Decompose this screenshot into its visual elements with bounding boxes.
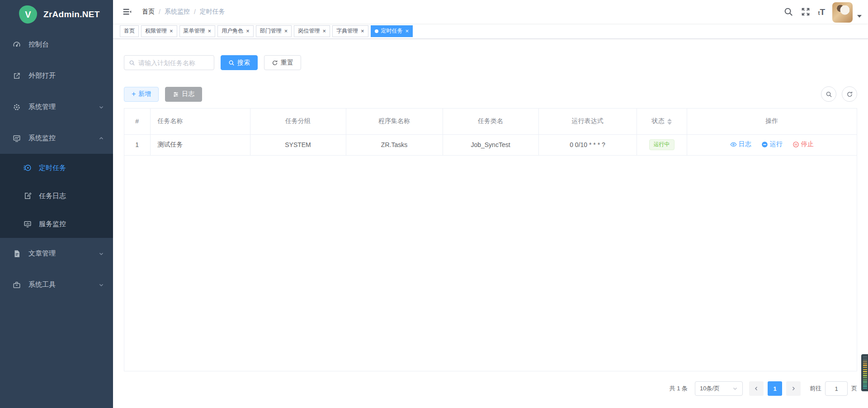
collapse-sidebar-icon[interactable] xyxy=(122,7,132,17)
chevron-down-icon xyxy=(732,386,738,391)
sidebar-item-system-management[interactable]: 系统管理 xyxy=(0,91,113,123)
toolbox-icon xyxy=(13,281,21,289)
tab-permission-management[interactable]: 权限管理× xyxy=(141,25,177,37)
pagination-total: 共 1 条 xyxy=(670,384,688,393)
cell-assembly: ZR.Tasks xyxy=(346,134,443,155)
app-logo[interactable]: V ZrAdmin.NET xyxy=(0,0,113,29)
table-header-row: # 任务名称 任务分组 程序集名称 任务类名 运行表达式 状态 操作 xyxy=(124,109,857,134)
row-run-label: 运行 xyxy=(770,140,783,148)
sidebar-item-dashboard[interactable]: 控制台 xyxy=(0,29,113,60)
timer-icon xyxy=(24,164,32,172)
tasks-table: # 任务名称 任务分组 程序集名称 任务类名 运行表达式 状态 操作 1 测试任… xyxy=(124,108,857,371)
page-size-select[interactable]: 10条/页 xyxy=(695,381,743,396)
add-button[interactable]: + 新增 xyxy=(124,87,159,102)
reset-button[interactable]: 重置 xyxy=(264,55,301,70)
close-tab-icon[interactable]: × xyxy=(322,28,326,34)
tab-home[interactable]: 首页 xyxy=(120,25,139,37)
main-area: 首页 / 系统监控 / 定时任务 tT 首页 权限管理× 菜单管理× 用户角色×… xyxy=(113,0,868,396)
close-tab-icon[interactable]: × xyxy=(361,28,364,34)
sidebar-item-label: 文章管理 xyxy=(28,249,99,258)
equalizer-widget[interactable] xyxy=(861,354,868,391)
refresh-icon xyxy=(272,60,278,66)
tab-label: 定时任务 xyxy=(381,27,403,35)
tab-label: 部门管理 xyxy=(260,27,282,35)
col-status-label: 状态 xyxy=(652,117,665,124)
page-number-button[interactable]: 1 xyxy=(768,381,782,396)
row-run-link[interactable]: 运行 xyxy=(761,140,783,148)
tab-label: 用户角色 xyxy=(222,27,243,35)
fullscreen-icon[interactable] xyxy=(801,7,811,17)
goto-page-input[interactable] xyxy=(825,381,848,396)
active-dot xyxy=(375,29,378,33)
app-title: ZrAdmin.NET xyxy=(43,9,100,19)
sidebar-item-label: 控制台 xyxy=(28,40,104,49)
chevron-up-icon xyxy=(99,136,104,141)
tab-menu-management[interactable]: 菜单管理× xyxy=(179,25,216,37)
sidebar-item-external-open[interactable]: 外部打开 xyxy=(0,60,113,91)
sidebar-item-article-management[interactable]: 文章管理 xyxy=(0,238,113,269)
tab-department-management[interactable]: 部门管理× xyxy=(256,25,292,37)
sidebar-item-system-tools[interactable]: 系统工具 xyxy=(0,269,113,300)
eye-icon xyxy=(730,141,737,148)
header-search-icon[interactable] xyxy=(783,7,793,17)
search-button[interactable]: 搜索 xyxy=(221,55,258,70)
chevron-right-icon xyxy=(791,386,796,391)
task-log-icon xyxy=(24,192,32,200)
show-search-toggle-button[interactable] xyxy=(821,86,836,102)
sidebar-item-system-monitor[interactable]: 系统监控 xyxy=(0,123,113,154)
stop-circle-icon xyxy=(793,141,799,148)
breadcrumb-home[interactable]: 首页 xyxy=(142,8,155,16)
tab-dict-management[interactable]: 字典管理× xyxy=(332,25,368,37)
col-status[interactable]: 状态 xyxy=(637,109,687,134)
breadcrumb-system-monitor: 系统监控 xyxy=(165,8,190,16)
caret-down-icon xyxy=(857,15,862,18)
search-form: 搜索 重置 xyxy=(124,55,857,70)
row-stop-link[interactable]: 停止 xyxy=(793,140,814,148)
refresh-icon xyxy=(846,91,853,98)
goto-page: 前往 页 xyxy=(810,381,857,396)
log-button[interactable]: 日志 xyxy=(165,87,202,102)
close-tab-icon[interactable]: × xyxy=(246,28,250,34)
font-size-big: T xyxy=(820,7,825,17)
cell-status: 运行中 xyxy=(637,134,687,155)
close-tab-icon[interactable]: × xyxy=(284,28,288,34)
task-name-input-wrap xyxy=(124,55,214,70)
pause-circle-icon xyxy=(761,141,768,148)
col-assembly: 程序集名称 xyxy=(346,109,443,134)
table-row[interactable]: 1 测试任务 SYSTEM ZR.Tasks Job_SyncTest 0 0/… xyxy=(124,134,857,155)
row-stop-label: 停止 xyxy=(801,140,814,148)
dashboard-icon xyxy=(13,41,21,49)
refresh-table-button[interactable] xyxy=(842,86,857,102)
row-log-link[interactable]: 日志 xyxy=(730,140,751,148)
user-menu[interactable] xyxy=(832,1,862,23)
breadcrumb-separator: / xyxy=(194,8,196,15)
server-monitor-icon xyxy=(24,220,32,228)
prev-page-button[interactable] xyxy=(749,381,764,396)
font-size-icon[interactable]: tT xyxy=(818,8,825,16)
reset-button-label: 重置 xyxy=(281,59,293,67)
sidebar-item-server-monitor[interactable]: 服务监控 xyxy=(0,210,113,238)
close-tab-icon[interactable]: × xyxy=(406,28,409,34)
logo-icon: V xyxy=(19,5,37,24)
breadcrumb-current: 定时任务 xyxy=(200,8,225,16)
next-page-button[interactable] xyxy=(786,381,801,396)
sort-caret-icon[interactable] xyxy=(667,119,672,125)
tab-label: 岗位管理 xyxy=(298,27,320,35)
close-tab-icon[interactable]: × xyxy=(170,28,173,34)
sidebar-item-task-logs[interactable]: 任务日志 xyxy=(0,182,113,210)
close-tab-icon[interactable]: × xyxy=(208,28,212,34)
tab-post-management[interactable]: 岗位管理× xyxy=(294,25,330,37)
col-index: # xyxy=(124,109,150,134)
task-name-input[interactable] xyxy=(138,59,220,66)
table-toolbar: + 新增 日志 xyxy=(124,86,857,102)
col-class-name: 任务类名 xyxy=(443,109,538,134)
tab-user-roles[interactable]: 用户角色× xyxy=(217,25,254,37)
sidebar-item-scheduled-tasks[interactable]: 定时任务 xyxy=(0,154,113,182)
tags-view-bar: 首页 权限管理× 菜单管理× 用户角色× 部门管理× 岗位管理× 字典管理× 定… xyxy=(113,24,868,39)
page-content: 搜索 重置 + 新增 日志 xyxy=(113,55,868,396)
tab-label: 字典管理 xyxy=(336,27,358,35)
add-button-label: 新增 xyxy=(138,90,151,98)
user-avatar[interactable] xyxy=(832,2,853,23)
sidebar-item-label: 服务监控 xyxy=(39,220,104,228)
tab-scheduled-tasks[interactable]: 定时任务× xyxy=(371,25,413,37)
